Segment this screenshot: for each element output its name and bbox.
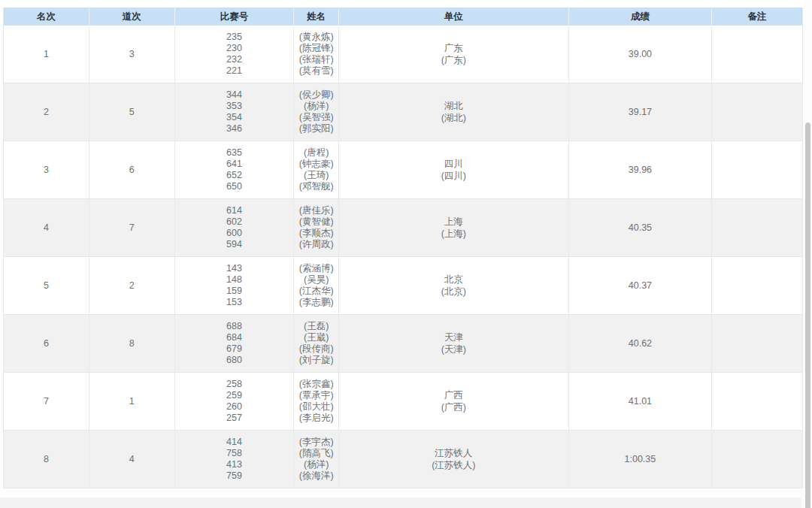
bib-number: 259 (226, 390, 242, 401)
bib-number: 413 (226, 459, 242, 470)
table-row: 84414758413759(李宇杰)(隋高飞)(杨洋)(徐海洋)江苏铁人(江苏… (4, 431, 802, 488)
cell-result-value: 39.96 (629, 165, 652, 176)
athlete-name: (段传商) (299, 343, 334, 355)
bib-number: 260 (226, 401, 242, 413)
cell-rank: 2 (4, 83, 89, 141)
team-name: 北京 (444, 274, 463, 286)
athlete-name: (钟志豪) (299, 159, 334, 170)
team-name-paren: (天津) (441, 343, 466, 355)
cell-team: 湖北(湖北) (339, 83, 568, 141)
bib-number: 635 (226, 147, 242, 159)
cell-team: 广东(广东) (339, 26, 568, 83)
cell-result-value: 41.01 (629, 396, 652, 407)
cell-remark (712, 83, 802, 141)
athlete-name: (张宗鑫) (299, 379, 334, 390)
bib-number: 684 (226, 332, 242, 343)
cell-athlete-names: (唐佳乐)(黄智健)(李顺杰)(许周政) (294, 199, 339, 256)
cell-athlete-names: (侯少卿)(杨洋)(吴智强)(郭实阳) (294, 83, 339, 141)
cell-lane: 6 (89, 141, 175, 198)
athlete-name: (吴昊) (304, 274, 329, 286)
column-header-team: 单位 (339, 8, 568, 26)
column-header-remark: 备注 (712, 8, 802, 26)
cell-rank: 7 (4, 373, 89, 430)
bib-number: 688 (226, 321, 242, 332)
cell-team: 北京(北京) (339, 257, 568, 314)
athlete-name: (李宇杰) (299, 437, 334, 448)
team-name-paren: (湖北) (441, 112, 466, 124)
cell-athlete-names: (王磊)(王崴)(段传商)(刘子旋) (294, 315, 339, 372)
cell-remark (712, 141, 802, 198)
cell-lane-value: 7 (129, 222, 135, 234)
cell-rank: 5 (4, 257, 89, 314)
athlete-name: (李志鹏) (299, 297, 334, 308)
table-row: 36635641652650(唐程)(钟志豪)(王琦)(邓智舰)四川(四川)39… (4, 141, 802, 199)
cell-rank-value: 2 (44, 107, 49, 118)
cell-result: 41.01 (569, 373, 713, 430)
cell-rank-value: 3 (44, 165, 49, 176)
cell-athlete-names: (黄永炼)(陈冠锋)(张瑞轩)(莫有雪) (294, 26, 339, 83)
cell-rank-value: 6 (44, 338, 49, 349)
results-table: 名次道次比赛号姓名单位成绩备注 13235230232221(黄永炼)(陈冠锋)… (3, 8, 803, 488)
cell-lane-value: 4 (129, 454, 135, 465)
column-header-lane: 道次 (89, 8, 175, 26)
cell-team: 四川(四川) (339, 141, 568, 198)
cell-athlete-names: (唐程)(钟志豪)(王琦)(邓智舰) (294, 141, 339, 198)
team-name: 湖北 (444, 100, 463, 112)
athlete-name: (邵大壮) (299, 401, 334, 413)
cell-bib-numbers: 614602600594 (175, 199, 295, 256)
athlete-name: (吴智强) (299, 112, 334, 123)
cell-result-value: 39.17 (629, 107, 652, 118)
team-name: 江苏铁人 (435, 447, 472, 459)
cell-rank-value: 1 (44, 49, 49, 60)
cell-lane-value: 6 (129, 165, 135, 176)
bib-number: 652 (226, 170, 242, 181)
column-header-result: 成绩 (569, 8, 713, 26)
athlete-name: (江杰华) (299, 286, 334, 297)
athlete-name: (黄永炼) (299, 32, 334, 43)
cell-rank: 3 (4, 141, 89, 198)
team-name-paren: (北京) (441, 286, 466, 298)
cell-lane-value: 2 (129, 280, 135, 292)
table-row: 25344353354346(侯少卿)(杨洋)(吴智强)(郭实阳)湖北(湖北)3… (4, 83, 802, 141)
cell-remark (712, 257, 802, 314)
bib-number: 353 (226, 101, 242, 112)
cell-athlete-names: (索涵博)(吴昊)(江杰华)(李志鹏) (294, 257, 339, 314)
team-name: 天津 (444, 331, 463, 343)
bib-number: 346 (226, 123, 242, 135)
bib-number: 257 (226, 413, 242, 424)
bib-number: 153 (226, 297, 242, 308)
cell-lane: 2 (89, 257, 175, 314)
team-name-paren: (广东) (441, 54, 466, 66)
cell-lane: 1 (89, 373, 175, 430)
cell-result-value: 40.35 (629, 222, 652, 234)
bib-number: 221 (226, 65, 242, 77)
cell-rank: 6 (4, 315, 89, 372)
cell-lane: 5 (89, 83, 175, 141)
table-row: 47614602600594(唐佳乐)(黄智健)(李顺杰)(许周政)上海(上海)… (4, 199, 802, 257)
cell-remark (712, 199, 802, 256)
vertical-scrollbar[interactable] (803, 0, 812, 508)
bib-number: 602 (226, 216, 242, 228)
athlete-name: (徐海洋) (299, 470, 334, 482)
cell-result: 39.96 (569, 141, 713, 198)
cell-lane: 4 (89, 431, 175, 488)
athlete-name: (唐程) (304, 147, 329, 159)
cell-remark (712, 373, 802, 430)
table-header-row: 名次道次比赛号姓名单位成绩备注 (4, 8, 802, 26)
table-row: 13235230232221(黄永炼)(陈冠锋)(张瑞轩)(莫有雪)广东(广东)… (4, 26, 802, 83)
cell-team: 上海(上海) (339, 199, 568, 256)
cell-rank-value: 5 (44, 280, 49, 292)
cell-result-value: 40.37 (629, 280, 652, 292)
cell-bib-numbers: 635641652650 (175, 141, 295, 198)
cell-lane-value: 5 (129, 107, 135, 118)
team-name: 四川 (444, 158, 463, 170)
team-name: 广西 (444, 389, 463, 401)
cell-bib-numbers: 258259260257 (175, 373, 295, 430)
scrollbar-thumb[interactable] (805, 122, 810, 508)
athlete-name: (陈冠锋) (299, 43, 334, 54)
bib-number: 758 (226, 448, 242, 459)
athlete-name: (杨洋) (304, 459, 329, 470)
team-name-paren: (江苏铁人) (432, 459, 475, 471)
table-row: 68688684679680(王磊)(王崴)(段传商)(刘子旋)天津(天津)40… (4, 315, 802, 373)
cell-athlete-names: (张宗鑫)(覃承宇)(邵大壮)(李启光) (294, 373, 339, 430)
